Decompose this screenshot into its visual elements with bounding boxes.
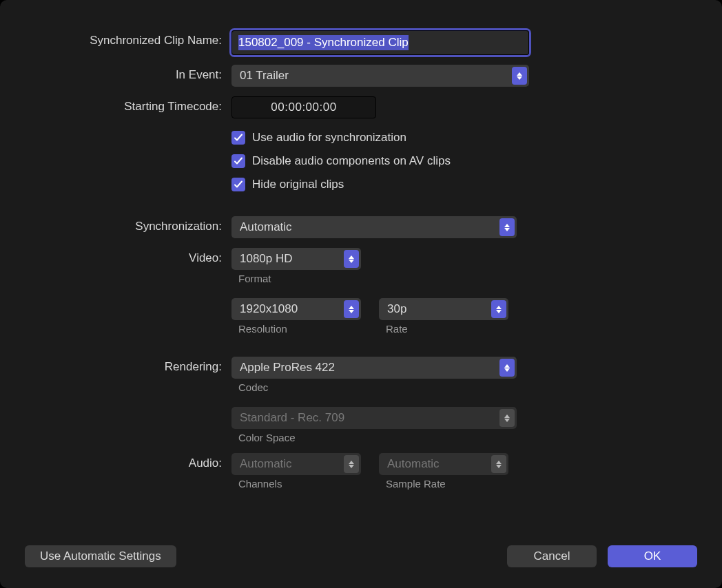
- sublabel-format: Format: [231, 273, 697, 284]
- updown-icon: [491, 300, 506, 318]
- label-in-event: In Event:: [25, 65, 231, 82]
- rendering-colorspace-value: Standard - Rec. 709: [240, 411, 344, 425]
- video-resolution-popup[interactable]: 1920x1080: [231, 298, 361, 320]
- sublabel-samplerate: Sample Rate: [379, 478, 508, 490]
- video-rate-value: 30p: [387, 302, 406, 316]
- label-starting-timecode: Starting Timecode:: [25, 96, 231, 114]
- video-format-value: 1080p HD: [240, 252, 293, 266]
- rendering-codec-value: Apple ProRes 422: [240, 361, 335, 375]
- label-audio: Audio:: [25, 453, 231, 470]
- audio-samplerate-value: Automatic: [387, 457, 440, 471]
- sublabel-rate: Rate: [379, 323, 508, 335]
- in-event-popup[interactable]: 01 Trailer: [231, 65, 529, 87]
- synchronization-popup[interactable]: Automatic: [231, 216, 517, 238]
- updown-icon: [512, 67, 527, 85]
- updown-icon: [491, 455, 506, 473]
- clip-name-input[interactable]: 150802_009 - Synchronized Clip: [231, 30, 529, 55]
- video-rate-popup[interactable]: 30p: [379, 298, 508, 320]
- use-audio-checkbox[interactable]: [231, 131, 245, 145]
- in-event-value: 01 Trailer: [240, 69, 289, 83]
- updown-icon: [499, 359, 515, 377]
- disable-av-label: Disable audio components on AV clips: [252, 154, 451, 168]
- use-automatic-settings-button[interactable]: Use Automatic Settings: [25, 545, 176, 567]
- label-video: Video:: [25, 248, 231, 265]
- starting-timecode-field[interactable]: 00:00:00:00: [231, 96, 376, 118]
- sublabel-channels: Channels: [231, 478, 361, 490]
- hide-original-checkbox[interactable]: [231, 178, 245, 191]
- updown-icon: [344, 455, 359, 473]
- updown-icon: [499, 218, 515, 236]
- label-rendering: Rendering:: [25, 357, 231, 374]
- synchronization-value: Automatic: [240, 220, 292, 234]
- audio-samplerate-popup: Automatic: [379, 453, 508, 475]
- cancel-button[interactable]: Cancel: [507, 545, 597, 567]
- sublabel-resolution: Resolution: [231, 323, 361, 335]
- updown-icon: [499, 409, 515, 427]
- audio-channels-popup: Automatic: [231, 453, 361, 475]
- updown-icon: [344, 300, 359, 318]
- sublabel-codec: Codec: [231, 381, 697, 393]
- updown-icon: [344, 250, 359, 268]
- use-audio-label: Use audio for synchronization: [252, 131, 406, 145]
- video-resolution-value: 1920x1080: [240, 302, 298, 316]
- audio-channels-value: Automatic: [240, 457, 292, 471]
- sublabel-colorspace: Color Space: [231, 432, 697, 443]
- ok-button[interactable]: OK: [608, 545, 697, 567]
- video-format-popup[interactable]: 1080p HD: [231, 248, 361, 270]
- label-clip-name: Synchronized Clip Name:: [25, 30, 231, 48]
- label-synchronization: Synchronization:: [25, 216, 231, 233]
- hide-original-label: Hide original clips: [252, 178, 344, 191]
- synchronize-clip-dialog: Synchronized Clip Name: 150802_009 - Syn…: [0, 0, 722, 588]
- rendering-codec-popup[interactable]: Apple ProRes 422: [231, 357, 517, 379]
- rendering-colorspace-popup: Standard - Rec. 709: [231, 407, 517, 429]
- disable-av-checkbox[interactable]: [231, 154, 245, 168]
